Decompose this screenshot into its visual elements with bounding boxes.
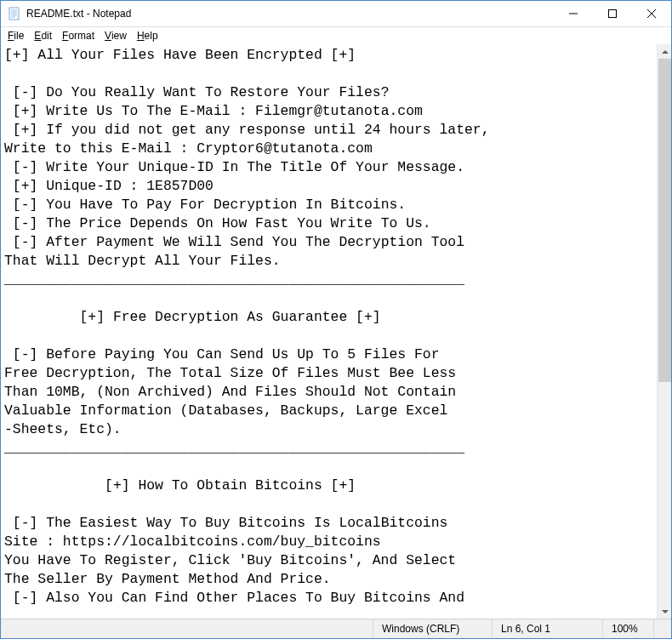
- vertical-scrollbar[interactable]: [657, 44, 671, 619]
- status-zoom: 100%: [602, 619, 653, 638]
- status-tail: [653, 619, 671, 638]
- status-encoding: Windows (CRLF): [373, 619, 492, 638]
- minimize-button[interactable]: [554, 1, 593, 26]
- menu-help[interactable]: Help: [132, 29, 163, 43]
- scroll-thumb[interactable]: [658, 59, 671, 382]
- close-button[interactable]: [632, 1, 671, 26]
- status-position: Ln 6, Col 1: [492, 619, 602, 638]
- text-editor[interactable]: [+] All Your Files Have Been Encrypted […: [1, 44, 657, 619]
- svg-rect-7: [609, 10, 617, 18]
- menu-file[interactable]: File: [3, 29, 29, 43]
- svg-marker-11: [662, 610, 669, 613]
- notepad-window: README.txt - Notepad File Edit Format Vi…: [0, 0, 672, 639]
- menu-view[interactable]: View: [100, 29, 132, 43]
- content-area: [+] All Your Files Have Been Encrypted […: [1, 44, 671, 619]
- window-title: README.txt - Notepad: [26, 8, 554, 20]
- menubar: File Edit Format View Help: [1, 27, 671, 44]
- maximize-button[interactable]: [593, 1, 632, 26]
- scroll-up-arrow-icon[interactable]: [658, 44, 671, 59]
- scroll-down-arrow-icon[interactable]: [658, 604, 671, 619]
- notepad-icon: [8, 7, 21, 20]
- menu-edit[interactable]: Edit: [29, 29, 57, 43]
- svg-marker-10: [662, 50, 669, 54]
- menu-format[interactable]: Format: [57, 29, 100, 43]
- window-controls: [554, 1, 671, 26]
- titlebar[interactable]: README.txt - Notepad: [1, 1, 671, 27]
- statusbar: Windows (CRLF) Ln 6, Col 1 100%: [1, 619, 671, 638]
